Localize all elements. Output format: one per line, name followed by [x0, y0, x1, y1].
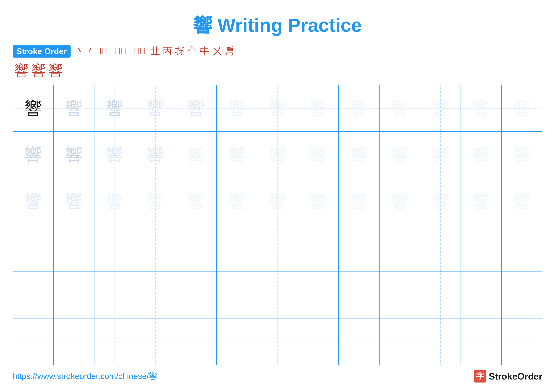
cell-5-13[interactable] [502, 272, 542, 318]
cell-6-2[interactable] [54, 319, 94, 365]
cell-2-1[interactable]: 響 [13, 132, 54, 178]
cell-5-9[interactable] [339, 272, 380, 318]
cell-4-4[interactable] [135, 225, 176, 271]
char-light2: 響 [106, 143, 123, 167]
cell-6-13[interactable] [502, 319, 542, 365]
cell-4-12[interactable] [461, 225, 502, 271]
cell-1-1[interactable]: 響 [13, 85, 54, 131]
stroke-15: 㐄 [200, 45, 209, 57]
cell-1-10[interactable]: 響 [380, 85, 420, 131]
cell-1-13[interactable]: 響 [502, 85, 542, 131]
char-light1: 響 [65, 143, 83, 167]
stroke-row2-1: 響 [14, 61, 29, 80]
char-faded: 響 [472, 143, 490, 167]
char-light1: 響 [65, 96, 83, 120]
cell-2-2[interactable]: 響 [54, 132, 94, 178]
cell-4-3[interactable] [95, 225, 135, 271]
cell-4-6[interactable] [217, 225, 257, 271]
cell-4-9[interactable] [339, 225, 380, 271]
cell-6-9[interactable] [339, 319, 380, 365]
cell-1-7[interactable]: 響 [257, 85, 298, 131]
cell-5-6[interactable] [217, 272, 257, 318]
cell-4-11[interactable] [420, 225, 461, 271]
cell-3-6[interactable]: 響 [217, 178, 257, 225]
cell-6-7[interactable] [257, 319, 298, 365]
cell-3-5[interactable]: 響 [176, 178, 217, 225]
char-faded: 響 [350, 96, 368, 120]
cell-5-8[interactable] [298, 272, 339, 318]
cell-6-12[interactable] [461, 319, 502, 365]
writing-grid: 響 響 響 響 響 響 響 響 響 [13, 85, 542, 365]
stroke-1: 丶 [75, 45, 85, 57]
cell-1-5[interactable]: 響 [176, 85, 217, 131]
cell-2-5[interactable]: 響 [176, 132, 217, 178]
cell-5-11[interactable] [420, 272, 461, 318]
cell-1-8[interactable]: 響 [298, 85, 339, 131]
cell-3-12[interactable]: 響 [461, 178, 502, 225]
cell-6-8[interactable] [298, 319, 339, 365]
page-title: 響 Writing Practice [193, 14, 362, 36]
cell-5-1[interactable] [13, 272, 54, 318]
stroke-order-badge: Stroke Order [13, 45, 71, 57]
cell-2-10[interactable]: 響 [380, 132, 420, 178]
cell-4-5[interactable] [176, 225, 217, 271]
cell-5-4[interactable] [135, 272, 176, 318]
grid-row-6 [13, 319, 542, 365]
cell-6-4[interactable] [135, 319, 176, 365]
cell-5-10[interactable] [380, 272, 420, 318]
cell-3-11[interactable]: 響 [420, 178, 461, 225]
cell-2-8[interactable]: 響 [298, 132, 339, 178]
grid-row-4 [13, 225, 542, 272]
cell-1-4[interactable]: 響 [135, 85, 176, 131]
cell-4-8[interactable] [298, 225, 339, 271]
cell-1-11[interactable]: 響 [420, 85, 461, 131]
cell-3-7[interactable]: 響 [257, 178, 298, 225]
cell-1-12[interactable]: 響 [461, 85, 502, 131]
cell-5-5[interactable] [176, 272, 217, 318]
grid-row-5 [13, 272, 542, 319]
cell-4-1[interactable] [13, 225, 54, 271]
char-faded: 響 [269, 143, 286, 167]
cell-3-13[interactable]: 響 [502, 178, 542, 225]
char-light3: 響 [269, 96, 286, 120]
cell-2-7[interactable]: 響 [257, 132, 298, 178]
cell-3-1[interactable]: 響 [13, 178, 54, 225]
cell-2-6[interactable]: 響 [217, 132, 257, 178]
char-light2: 響 [65, 190, 83, 213]
cell-2-11[interactable]: 響 [420, 132, 461, 178]
cell-4-7[interactable] [257, 225, 298, 271]
cell-6-1[interactable] [13, 319, 54, 365]
cell-3-2[interactable]: 響 [54, 178, 94, 225]
cell-5-12[interactable] [461, 272, 502, 318]
cell-6-6[interactable] [217, 319, 257, 365]
cell-6-5[interactable] [176, 319, 217, 365]
cell-5-7[interactable] [257, 272, 298, 318]
cell-5-3[interactable] [95, 272, 135, 318]
cell-6-3[interactable] [95, 319, 135, 365]
cell-3-4[interactable]: 響 [135, 178, 176, 225]
char-light1: 響 [106, 96, 123, 120]
cell-4-13[interactable] [502, 225, 542, 271]
cell-2-3[interactable]: 響 [95, 132, 135, 178]
cell-3-8[interactable]: 響 [298, 178, 339, 225]
cell-3-10[interactable]: 響 [380, 178, 420, 225]
cell-4-10[interactable] [380, 225, 420, 271]
cell-1-6[interactable]: 響 [217, 85, 257, 131]
cell-1-3[interactable]: 響 [95, 85, 135, 131]
cell-3-9[interactable]: 響 [339, 178, 380, 225]
cell-1-2[interactable]: 響 [54, 85, 94, 131]
footer-url[interactable]: https://www.strokeorder.com/chinese/響 [13, 371, 157, 382]
cell-2-12[interactable]: 響 [461, 132, 502, 178]
cell-1-9[interactable]: 響 [339, 85, 380, 131]
cell-3-3[interactable]: 響 [95, 178, 135, 225]
cell-6-10[interactable] [380, 319, 420, 365]
stroke-row2-2: 響 [31, 61, 45, 80]
cell-4-2[interactable] [54, 225, 94, 271]
cell-2-4[interactable]: 響 [135, 132, 176, 178]
char-faded: 響 [147, 190, 164, 213]
char-faded: 響 [269, 190, 286, 213]
cell-2-13[interactable]: 響 [502, 132, 542, 178]
cell-6-11[interactable] [420, 319, 461, 365]
cell-2-9[interactable]: 響 [339, 132, 380, 178]
cell-5-2[interactable] [54, 272, 94, 318]
